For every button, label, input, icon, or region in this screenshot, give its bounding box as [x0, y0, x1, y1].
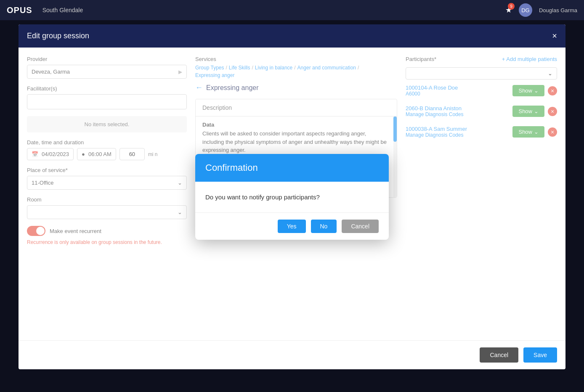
notification-badge: 9: [508, 3, 515, 10]
confirmation-body: Do you want to notify group participants…: [195, 182, 389, 213]
top-nav: OPUS South Glendale ★ 9 DG Douglas Garma: [0, 0, 584, 20]
confirmation-dialog: Confirmation Do you want to notify group…: [195, 154, 389, 240]
confirmation-yes-button[interactable]: Yes: [278, 220, 306, 233]
confirmation-no-button[interactable]: No: [311, 220, 337, 233]
edit-group-session-modal: Edit group session × Provider Deveza, Ga…: [19, 24, 565, 369]
avatar[interactable]: DG: [519, 3, 532, 17]
confirmation-message: Do you want to notify group participants…: [205, 193, 379, 201]
logo: OPUS: [7, 5, 32, 15]
user-name: Douglas Garma: [539, 7, 577, 13]
confirmation-header: Confirmation: [195, 154, 389, 182]
location: South Glendale: [42, 7, 83, 13]
confirmation-overlay: Confirmation Do you want to notify group…: [19, 24, 565, 369]
confirmation-footer: Yes No Cancel: [195, 213, 389, 240]
notification-bell[interactable]: ★ 9: [505, 5, 512, 15]
confirmation-title: Confirmation: [205, 162, 379, 173]
modal-backdrop: Edit group session × Provider Deveza, Ga…: [0, 20, 584, 392]
confirmation-cancel-button[interactable]: Cancel: [342, 220, 379, 233]
top-nav-right: ★ 9 DG Douglas Garma: [505, 3, 577, 17]
